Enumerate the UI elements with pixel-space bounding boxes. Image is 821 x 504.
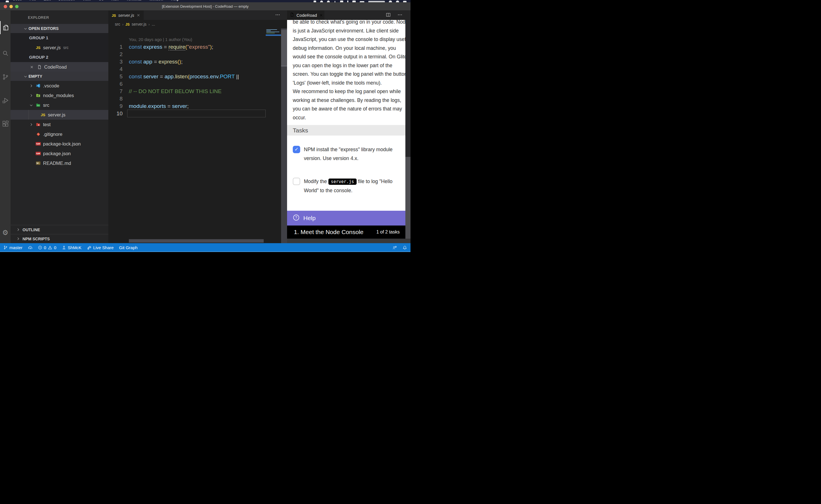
open-editor-item-server-js[interactable]: JSserver.jssrc	[11, 43, 108, 52]
code-text: // -- DO NOT EDIT BELOW THIS LINE	[129, 88, 222, 95]
breadcrumb-separator: ›	[148, 22, 150, 26]
menu-item-file[interactable]: File	[30, 0, 36, 1]
battery-glyph	[360, 1, 364, 2]
tree-item-server-js[interactable]: JSserver.js	[11, 110, 108, 120]
code-text: const app = express();	[129, 58, 183, 65]
menu-item-selection[interactable]: Selection	[58, 0, 75, 1]
activity-item-explorer[interactable]	[0, 21, 11, 34]
tree-item-node-modules[interactable]: node_modules	[11, 91, 108, 100]
tree-item-src[interactable]: </>src	[11, 100, 108, 110]
breadcrumb: src›JSserver.js›...	[108, 20, 287, 28]
code-chip: server.js	[328, 179, 357, 185]
line-number: 2	[108, 51, 122, 58]
editor-vertical-scrollbar[interactable]	[281, 28, 287, 243]
activity-item-extensions[interactable]	[0, 117, 11, 130]
tree-item-label: .gitignore	[43, 132, 62, 137]
coderoad-panel: CodeRoad be able to check what's going o…	[287, 11, 410, 243]
status-glyph	[320, 1, 323, 2]
activity-item-run-debug[interactable]	[0, 94, 11, 107]
line-number: 7	[108, 88, 122, 95]
tab-coderoad[interactable]: CodeRoad	[287, 11, 324, 20]
tree-item-readme-md[interactable]: M↓README.md	[11, 158, 108, 168]
file-tree: .vscodenode_modules</>srcJSserver.jstest…	[11, 81, 108, 168]
status-label: master	[9, 245, 23, 250]
tree-item-label: README.md	[43, 161, 71, 166]
control-center-glyph	[396, 1, 399, 2]
status-glyph	[352, 1, 356, 2]
section-workspace-empty[interactable]: EMPTY	[11, 72, 108, 81]
tree-item--gitignore[interactable]: .gitignore	[11, 129, 108, 139]
file-icon	[290, 13, 294, 18]
lesson-text-line: you can open the logs in the lower part …	[293, 61, 405, 70]
title-bar: [Extension Development Host] - CodeRoad …	[0, 2, 410, 11]
section-npm-scripts[interactable]: NPM SCRIPTS	[11, 234, 108, 243]
vscode-window: CodeFileEditSelectionViewGoRunTerminalWi…	[0, 0, 410, 252]
activity-item-search[interactable]	[0, 47, 11, 60]
section-outline[interactable]: OUTLINE	[11, 225, 108, 234]
code-text: const express = require("express");	[129, 43, 213, 51]
tree-item-package-json[interactable]: npmpackage.json	[11, 149, 108, 158]
menu-item-run[interactable]: Run	[111, 0, 118, 1]
panel-more-actions-icon[interactable]	[397, 12, 403, 19]
status-cloud-upload[interactable]	[28, 245, 32, 250]
section-label: NPM SCRIPTS	[23, 237, 50, 241]
close-editor-icon[interactable]	[30, 65, 34, 69]
chevron-down-icon	[24, 75, 28, 78]
editor-horizontal-scrollbar[interactable]	[129, 239, 264, 243]
line-number: 10	[108, 110, 122, 117]
panel-scrollbar[interactable]	[405, 20, 410, 239]
status-shmck[interactable]: ShMcK	[62, 245, 81, 250]
activity-item-source-control[interactable]	[0, 70, 11, 83]
status-feedback[interactable]	[392, 245, 397, 250]
status-git-graph[interactable]: Git Graph	[119, 245, 138, 250]
warning-icon	[48, 245, 52, 250]
menu-item-view[interactable]: View	[82, 0, 91, 1]
tab-label: CodeRoad	[297, 13, 317, 18]
minimap[interactable]	[266, 29, 281, 36]
task-item: ✓NPM install the "express" library modul…	[293, 145, 403, 163]
status-bell[interactable]	[403, 245, 407, 250]
coderoad-content: be able to check what's going on in your…	[287, 20, 405, 211]
task-text: NPM install the "express" library module…	[304, 145, 393, 163]
task-checkbox[interactable]: ✓	[293, 146, 300, 153]
npm-icon: npm	[35, 152, 41, 155]
menu-item-window[interactable]: Window	[149, 0, 163, 1]
status-glyph	[327, 1, 330, 2]
error-icon	[38, 245, 42, 250]
live-share-icon	[87, 245, 91, 250]
split-editor-icon[interactable]	[386, 13, 391, 18]
section-open-editors[interactable]: OPEN EDITORS	[11, 24, 108, 33]
breadcrumb-item-[interactable]: ...	[152, 22, 155, 26]
breadcrumb-item-serverjs[interactable]: server.js	[132, 22, 146, 26]
tree-item--vscode[interactable]: .vscode	[11, 81, 108, 91]
tree-item-test[interactable]: test	[11, 120, 108, 129]
lesson-progress-bar[interactable]: 1. Meet the Node Console 1 of 2 tasks	[287, 226, 405, 239]
editor-more-actions-icon[interactable]	[275, 12, 280, 19]
menu-item-code[interactable]: Code	[13, 0, 22, 1]
tree-item-label: package.json	[43, 151, 71, 156]
status-live-share[interactable]: Live Share	[87, 245, 114, 250]
lesson-text-line: would see the console output in a termin…	[293, 52, 405, 61]
task-checkbox[interactable]	[293, 178, 300, 185]
apple-logo-icon[interactable]	[6, 1, 9, 2]
menu-item-help[interactable]: Help	[171, 0, 179, 1]
chevron-right-icon	[29, 84, 33, 88]
open-editor-item-coderoad[interactable]: CodeRoad	[11, 62, 108, 72]
code-editor[interactable]: You, 20 days ago | 1 author (You) 1const…	[108, 28, 287, 243]
help-icon: ?	[293, 214, 300, 222]
open-editors-group-label: GROUP 2	[11, 52, 108, 62]
status-0[interactable]: 00	[38, 245, 56, 250]
close-tab-icon[interactable]	[319, 13, 323, 17]
menu-item-edit[interactable]: Edit	[44, 0, 51, 1]
menu-item-terminal[interactable]: Terminal	[126, 0, 141, 1]
status-master[interactable]: master	[3, 245, 23, 250]
close-tab-icon[interactable]	[136, 13, 140, 17]
breadcrumb-item-src[interactable]: src	[115, 22, 120, 26]
help-button[interactable]: ? Help	[287, 211, 405, 226]
tree-item-package-lock-json[interactable]: npmpackage-lock.json	[11, 139, 108, 149]
settings-gear-icon[interactable]: ⚙	[0, 229, 11, 236]
menu-item-go[interactable]: Go	[99, 0, 104, 1]
breadcrumb-separator: ›	[122, 22, 123, 26]
bell-icon	[403, 245, 407, 250]
tab-server-js[interactable]: JS server.js	[108, 11, 144, 20]
